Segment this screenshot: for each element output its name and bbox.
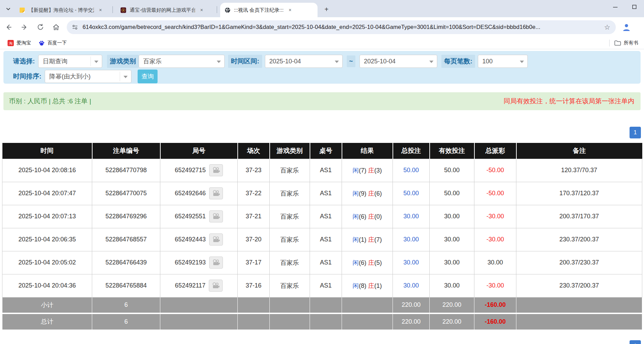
reload-icon[interactable] — [34, 21, 46, 33]
bet-record-row: 2025-10-04 20:04:36522864765884652492117… — [2, 274, 642, 297]
svg-text:淘: 淘 — [9, 41, 13, 45]
site-info-icon[interactable] — [72, 24, 78, 31]
forward-icon[interactable] — [19, 21, 30, 33]
chevron-down-icon — [124, 76, 128, 78]
profile-avatar-icon[interactable] — [621, 22, 632, 32]
cell-result: 闲(6) 庄(0) — [342, 205, 393, 228]
cell-valid-bet: 30.00 — [430, 251, 474, 274]
video-replay-icon[interactable] — [209, 187, 223, 199]
cell-round: 652492443 — [160, 228, 238, 251]
cell-note: 230.37/200.37 — [516, 228, 642, 251]
maximize-icon[interactable] — [630, 2, 639, 12]
cell-payout: -30.00 — [474, 228, 516, 251]
close-icon[interactable]: × — [97, 7, 104, 13]
total-valid-bet: 220.00 — [430, 313, 474, 330]
tab-haiyan-forum[interactable]: 【新提醒】海燕论坛 - 博学交流 × — [15, 3, 109, 17]
bet-record-row: 2025-10-04 20:06:35522864768557652492443… — [2, 228, 642, 251]
video-replay-icon[interactable] — [209, 210, 223, 222]
cell-bet-id: 522864769296 — [92, 205, 160, 228]
all-bookmarks-label: 所有书 — [624, 40, 638, 46]
cell-total-bet: 50.00 — [393, 159, 430, 182]
round-number: 652492443 — [175, 236, 206, 243]
cell-session: 37-21 — [238, 205, 270, 228]
per-page-select[interactable]: 100 — [478, 55, 528, 68]
pagination-page-1-bottom[interactable]: 1 — [630, 340, 641, 344]
cell-time: 2025-10-04 20:08:16 — [2, 159, 92, 182]
filter-panel: 请选择: 日期查询 游戏类别 百家乐 时间区间: 2025-10-04 ~ 20… — [3, 51, 641, 84]
cell-result: 闲(8) 庄(1) — [342, 274, 393, 297]
pagination-page-1-top[interactable]: 1 — [630, 127, 641, 138]
header-time: 时间 — [2, 143, 92, 159]
tab-separator — [112, 6, 113, 13]
baidu-paw-icon — [39, 40, 45, 46]
globe-icon — [224, 7, 230, 13]
header-round: 局号 — [160, 143, 238, 159]
cell-session: 37-16 — [238, 274, 270, 297]
cell-game-type: 百家乐 — [270, 159, 310, 182]
cell-valid-bet: 30.00 — [430, 274, 474, 297]
chevron-down-icon — [429, 61, 433, 63]
per-page-label: 每页笔数: — [441, 55, 475, 68]
date-end-select[interactable]: 2025-10-04 — [359, 55, 437, 68]
cell-result: 闲(1) 庄(7) — [342, 228, 393, 251]
sort-label: 时间排序: — [13, 72, 41, 81]
address-bar[interactable]: 614oxkc3.com/game/betrecord_search/kind3… — [67, 20, 616, 34]
cell-valid-bet: 50.00 — [430, 182, 474, 205]
cell-total-bet: 30.00 — [393, 205, 430, 228]
note-icon — [19, 7, 25, 13]
header-game-type: 游戏类别 — [270, 143, 310, 159]
video-replay-icon[interactable] — [209, 257, 223, 269]
total-total-bet: 220.00 — [393, 313, 430, 330]
search-button[interactable]: 查询 — [138, 70, 158, 83]
new-tab-button[interactable]: + — [322, 5, 331, 14]
bookmark-baidu[interactable]: 百度一下 — [39, 40, 67, 46]
cell-session: 37-17 — [238, 251, 270, 274]
cell-valid-bet: 30.00 — [430, 205, 474, 228]
video-replay-icon[interactable] — [209, 280, 223, 292]
close-icon[interactable]: × — [198, 7, 205, 13]
cell-result: 闲(9) 庄(6) — [342, 182, 393, 205]
back-icon[interactable] — [3, 21, 14, 33]
video-replay-icon[interactable] — [209, 164, 223, 176]
close-icon[interactable]: × — [287, 7, 293, 13]
valid-bet-notice: 同局有效投注，统一计算在该局第一张注单内 — [504, 97, 634, 106]
cell-session: 37-22 — [238, 182, 270, 205]
subtotal-payout: -160.00 — [474, 297, 516, 313]
tab-betting-record-active[interactable]: :::视讯 会员下注纪录::: × — [220, 3, 318, 17]
cell-payout: -50.00 — [474, 182, 516, 205]
cell-note: 120.37/70.37 — [516, 159, 642, 182]
subtotal-count: 6 — [92, 297, 160, 313]
cell-time: 2025-10-04 20:07:47 — [2, 182, 92, 205]
video-replay-icon[interactable] — [209, 233, 223, 246]
cell-table-no: AS1 — [310, 274, 342, 297]
sort-select[interactable]: 降幂(由大到小) — [45, 70, 131, 83]
ornament-icon — [120, 7, 126, 13]
round-number: 652492117 — [175, 282, 206, 289]
game-type-value: 百家乐 — [143, 57, 162, 65]
all-bookmarks-folder[interactable]: 所有书 — [614, 40, 644, 46]
cell-session: 37-20 — [238, 228, 270, 251]
folder-icon — [614, 40, 621, 46]
browser-toolbar: 614oxkc3.com/game/betrecord_search/kind3… — [0, 17, 644, 37]
total-label: 总计 — [2, 313, 92, 330]
star-icon[interactable]: ☆ — [603, 23, 611, 31]
bookmark-label: 爱淘宝 — [17, 40, 31, 46]
bookmark-aitaobao[interactable]: 淘 爱淘宝 — [8, 40, 31, 46]
date-start-select[interactable]: 2025-10-04 — [265, 55, 343, 68]
cell-payout: -30.00 — [474, 274, 516, 297]
bet-record-row: 2025-10-04 20:05:02522864766439652492193… — [2, 251, 642, 274]
chevron-down-icon — [520, 61, 524, 63]
date-end-value: 2025-10-04 — [364, 58, 396, 65]
minimize-icon[interactable] — [610, 2, 620, 12]
home-icon[interactable] — [50, 21, 62, 33]
game-type-select[interactable]: 百家乐 — [139, 55, 225, 68]
tab-tongbao[interactable]: 通宝-信营最好的网上游戏平台 × — [116, 3, 213, 17]
cell-valid-bet: 50.00 — [430, 159, 474, 182]
cell-round: 652492715 — [160, 159, 238, 182]
query-type-select[interactable]: 日期查询 — [38, 55, 102, 68]
url-text: 614oxkc3.com/game/betrecord_search/kind3… — [83, 24, 603, 30]
cell-note: 230.37/200.37 — [516, 274, 642, 297]
cell-round: 652492551 — [160, 205, 238, 228]
tab-search-chevron-icon[interactable] — [3, 4, 13, 14]
cell-result: 闲(7) 庄(3) — [342, 159, 393, 182]
